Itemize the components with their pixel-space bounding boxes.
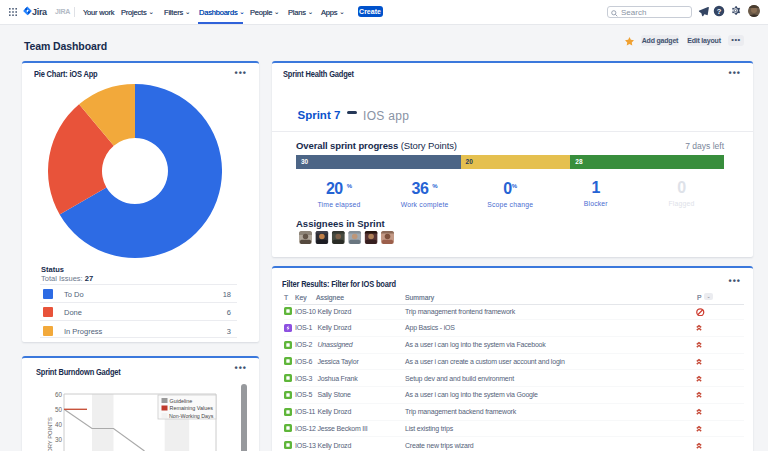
svg-text:60: 60 (55, 391, 63, 398)
svg-text:30: 30 (55, 436, 63, 443)
svg-text:Remaining Values: Remaining Values (170, 405, 214, 411)
svg-text:50: 50 (55, 406, 63, 413)
svg-text:Non-Working Days: Non-Working Days (169, 413, 214, 419)
svg-text:40: 40 (55, 421, 63, 428)
svg-text:?: ? (717, 7, 722, 16)
svg-text:Guideline: Guideline (170, 398, 193, 404)
svg-text:ORY POINTS: ORY POINTS (47, 417, 53, 451)
